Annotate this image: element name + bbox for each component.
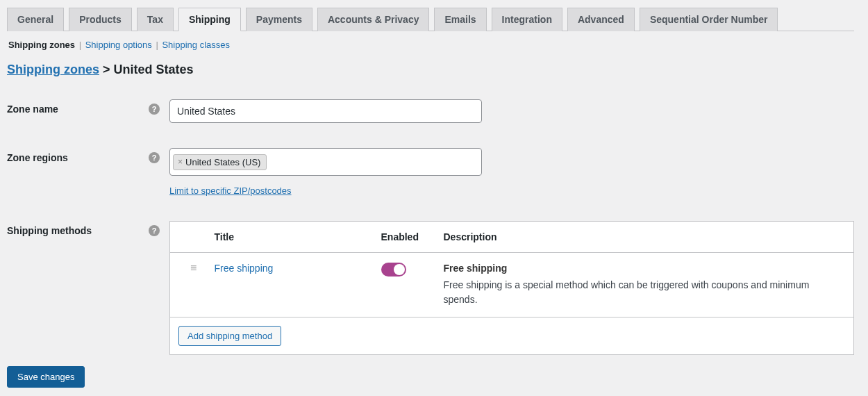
subnav-separator: | (156, 40, 160, 50)
tab-sequential-order-number[interactable]: Sequential Order Number (640, 8, 778, 31)
drag-handle-icon[interactable]: ≡ (190, 262, 197, 274)
subnav-shipping-options[interactable]: Shipping options (85, 40, 152, 50)
zip-postcodes-link[interactable]: Limit to specific ZIP/postcodes (169, 185, 292, 196)
zone-name-input[interactable] (169, 99, 482, 123)
breadcrumb-root-link[interactable]: Shipping zones (7, 63, 99, 76)
help-icon[interactable]: ? (149, 152, 160, 163)
zone-regions-select[interactable]: × United States (US) (169, 148, 482, 176)
chip-remove-icon[interactable]: × (178, 157, 183, 167)
tab-shipping[interactable]: Shipping (178, 8, 241, 31)
zone-regions-label: Zone regions (7, 152, 68, 163)
help-icon[interactable]: ? (149, 225, 160, 236)
tab-products[interactable]: Products (69, 8, 132, 31)
breadcrumb: Shipping zones > United States (7, 63, 854, 77)
shipping-subnav: Shipping zones | Shipping options | Ship… (7, 31, 854, 58)
enabled-toggle[interactable] (381, 263, 406, 277)
region-chip-label: United States (US) (185, 157, 260, 167)
subnav-shipping-classes[interactable]: Shipping classes (162, 40, 230, 50)
shipping-methods-table: Title Enabled Description ≡ Free shippin… (169, 221, 854, 355)
tab-tax[interactable]: Tax (137, 8, 174, 31)
subnav-shipping-zones[interactable]: Shipping zones (8, 40, 75, 50)
zone-form: Zone name ? Zone regions ? × United Stat… (7, 99, 854, 355)
breadcrumb-current: United States (114, 63, 194, 76)
tab-integration[interactable]: Integration (492, 8, 562, 31)
col-description: Description (434, 222, 854, 253)
col-enabled: Enabled (372, 222, 434, 253)
zone-name-label: Zone name (7, 104, 58, 115)
tab-payments[interactable]: Payments (246, 8, 312, 31)
region-chip: × United States (US) (173, 154, 267, 170)
method-description-title: Free shipping (444, 263, 844, 274)
tab-general[interactable]: General (7, 8, 64, 31)
tab-accounts-privacy[interactable]: Accounts & Privacy (317, 8, 430, 31)
tab-advanced[interactable]: Advanced (567, 8, 635, 31)
help-icon[interactable]: ? (149, 104, 160, 115)
method-description-body: Free shipping is a special method which … (444, 278, 844, 307)
shipping-method-link[interactable]: Free shipping (215, 263, 274, 274)
col-title: Title (205, 222, 372, 253)
tab-emails[interactable]: Emails (434, 8, 486, 31)
table-row: ≡ Free shipping Free shipping Free shipp… (170, 253, 854, 317)
save-changes-button[interactable]: Save changes (7, 366, 85, 388)
breadcrumb-separator: > (99, 63, 114, 76)
subnav-separator: | (79, 40, 84, 50)
shipping-methods-label: Shipping methods (7, 225, 92, 236)
settings-tabs: General Products Tax Shipping Payments A… (7, 7, 854, 31)
add-shipping-method-button[interactable]: Add shipping method (178, 326, 281, 346)
